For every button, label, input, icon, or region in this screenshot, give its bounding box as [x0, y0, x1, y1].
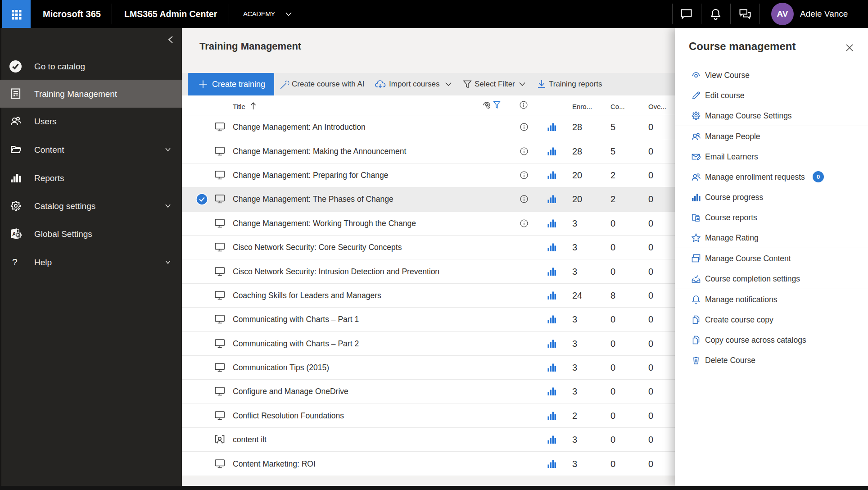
- svg-text:A: A: [12, 231, 16, 237]
